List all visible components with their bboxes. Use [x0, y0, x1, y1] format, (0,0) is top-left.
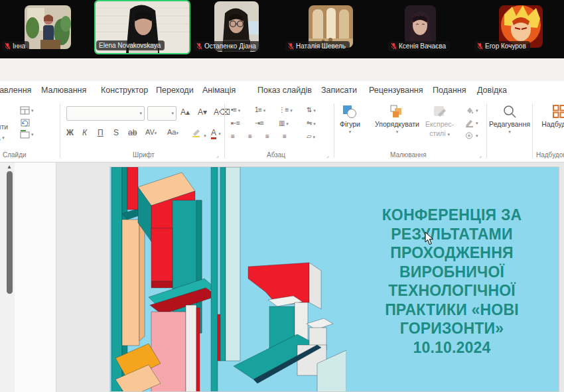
tab-review[interactable]: Рецензування	[369, 86, 423, 95]
text-shadow-button[interactable]: S	[113, 128, 119, 137]
grow-font-button[interactable]: А▴	[180, 107, 190, 117]
slide[interactable]: КОНФЕРЕНЦІЯ ЗА РЕЗУЛЬТАТАМИ ПРОХОДЖЕННЯ …	[109, 166, 559, 392]
reset-slide-button[interactable]	[20, 118, 30, 127]
strikethrough-button[interactable]: ab	[128, 128, 137, 137]
highlighter-icon	[191, 128, 202, 137]
tab-record[interactable]: Записати	[321, 86, 357, 95]
slide-title-line: ГОРИЗОНТИ»	[350, 319, 553, 338]
chevron-down-icon: ▾	[286, 121, 288, 126]
mouse-cursor	[425, 231, 434, 245]
paragraph-dialog-launcher[interactable]: ⌟	[326, 153, 329, 159]
change-case-button[interactable]: Aa▾	[167, 128, 178, 136]
new-slide-button[interactable]: Створити слайд ▾	[0, 122, 8, 143]
font-dialog-launcher[interactable]: ⌟	[216, 153, 219, 159]
mic-muted-icon	[196, 42, 202, 50]
slide-thumbnail-pane[interactable]	[15, 163, 56, 392]
ribbon-tabs: Вставлення Малювання Конструктор Переход…	[0, 81, 564, 101]
city-illustration	[110, 167, 346, 392]
multilevel-list-button[interactable]: ⋮≡ ▾	[279, 106, 292, 113]
drawing-dialog-launcher[interactable]: ⌟	[479, 153, 482, 159]
scroll-up-arrow[interactable]: ▲	[7, 164, 12, 170]
highlight-button[interactable]: ▾	[191, 128, 206, 139]
increase-indent-button[interactable]: ⇥≡	[255, 119, 263, 127]
chevron-down-icon: ▾	[171, 111, 174, 116]
tab-view[interactable]: Подання	[433, 86, 466, 95]
shape-fill-button[interactable]: ▾	[464, 106, 478, 115]
chevron-down-icon: ▾	[396, 129, 399, 135]
participant-chip: Elena Novakovskaya	[96, 40, 165, 50]
editing-button[interactable]: Редагування ▾	[489, 104, 530, 135]
align-left-icon: ≡	[231, 133, 234, 140]
arrange-button[interactable]: Упорядкувати ▾	[375, 104, 419, 135]
section-button[interactable]: ▾	[20, 130, 34, 139]
line-spacing-button[interactable]: ⇅ ▾	[307, 106, 315, 113]
group-label-drawing: Малювання	[390, 151, 427, 159]
character-spacing-button[interactable]: AV▾	[145, 128, 157, 136]
new-slide-label-1: Створити	[0, 122, 8, 132]
align-center-button[interactable]: ≡	[248, 133, 251, 140]
editing-search-icon	[502, 104, 517, 119]
shape-effects-button[interactable]: ▾	[464, 131, 478, 140]
chevron-down-icon: ▾	[176, 131, 178, 135]
office-titlebar: ↶ ↻ ▾ КОНФЕРЕНЦІЯ ЗА РЕЗУЛЬТАТАМИ ПРОХОД…	[0, 58, 564, 81]
shape-outline-button[interactable]: ▾	[464, 119, 478, 127]
reset-slide-icon	[20, 118, 30, 127]
participant-name: Elena Novakovskaya	[99, 42, 161, 49]
slide-title[interactable]: КОНФЕРЕНЦІЯ ЗА РЕЗУЛЬТАТАМИ ПРОХОДЖЕННЯ …	[350, 206, 553, 357]
align-center-icon: ≡	[248, 133, 251, 140]
participant-name: Егор Кочуров	[485, 42, 526, 50]
addins-button[interactable]: Надбудови	[536, 104, 564, 128]
shape-fill-icon	[464, 106, 474, 115]
chevron-down-icon: ▾	[476, 133, 478, 139]
justify-button[interactable]: ≡	[283, 133, 286, 140]
align-left-button[interactable]: ≡	[231, 133, 234, 140]
increase-indent-icon: ⇥≡	[255, 119, 263, 127]
chevron-down-icon: ▾	[139, 111, 142, 116]
tab-animations[interactable]: Анімація	[202, 86, 236, 95]
tab-design[interactable]: Конструктор	[101, 86, 148, 95]
font-name-combobox[interactable]: ▾	[66, 106, 145, 121]
bold-button[interactable]: Ж	[66, 128, 74, 137]
scrollbar-thumb[interactable]	[7, 171, 13, 294]
participant-name: Остапенко Діана	[204, 42, 256, 50]
quick-styles-label-2: стилі	[429, 129, 445, 137]
participant-chip: Інна	[2, 41, 29, 51]
chevron-down-icon: ▾	[155, 131, 157, 135]
quick-styles-button[interactable]: Експрес- стилі ▾	[425, 104, 454, 137]
slide-title-line: ПРОХОДЖЕННЯ	[350, 243, 553, 263]
video-ksenia-scene	[405, 5, 436, 46]
participant-video-inna[interactable]	[25, 5, 71, 49]
shrink-font-button[interactable]: А▾	[198, 107, 207, 117]
mic-muted-icon	[391, 42, 397, 50]
tab-draw[interactable]: Малювання	[41, 86, 86, 95]
numbering-button[interactable]: 1≡ ▾	[255, 106, 265, 113]
smartart-convert-button[interactable]: ▱ ▾	[307, 133, 315, 140]
video-inna-scene	[25, 5, 71, 49]
underline-button[interactable]: П	[98, 128, 104, 137]
chevron-down-icon: ▾	[290, 108, 292, 113]
chevron-down-icon: ▾	[204, 133, 206, 138]
font-color-icon: А	[211, 128, 216, 139]
chevron-down-icon: ▾	[508, 129, 511, 135]
justify-icon: ≡	[283, 133, 286, 140]
tab-help[interactable]: Довідка	[477, 86, 507, 95]
ribbon: Створити слайд ▾ ▾ ▾ Слайди ▾ ▾ А▴ А▾ А⌫…	[0, 101, 564, 163]
grow-font-icon: А▴	[180, 107, 190, 117]
tab-insert[interactable]: Вставлення	[0, 86, 31, 95]
italic-button[interactable]: К	[82, 128, 87, 137]
tab-slideshow[interactable]: Показ слайдів	[257, 86, 312, 95]
decrease-indent-button[interactable]: ⇤≡	[231, 119, 240, 127]
columns-button[interactable]: ▥ ▾	[279, 119, 288, 127]
font-color-button[interactable]: А ▾	[211, 128, 221, 137]
tab-transitions[interactable]: Переходи	[156, 86, 194, 95]
bullets-button[interactable]: •≡ ▾	[231, 106, 240, 113]
font-size-combobox[interactable]: ▾	[147, 106, 176, 121]
clear-formatting-button[interactable]: А⌫	[214, 107, 230, 117]
participant-video-ksenia[interactable]	[405, 5, 436, 46]
text-direction-button[interactable]: ⇋ ▾	[307, 119, 315, 127]
shapes-button[interactable]: Фігури ▾	[340, 104, 360, 135]
arrange-icon	[389, 104, 404, 119]
align-right-button[interactable]: ≡	[265, 133, 269, 140]
slide-layout-button[interactable]: ▾	[20, 106, 34, 115]
quick-styles-line2: стилі ▾	[429, 129, 450, 137]
